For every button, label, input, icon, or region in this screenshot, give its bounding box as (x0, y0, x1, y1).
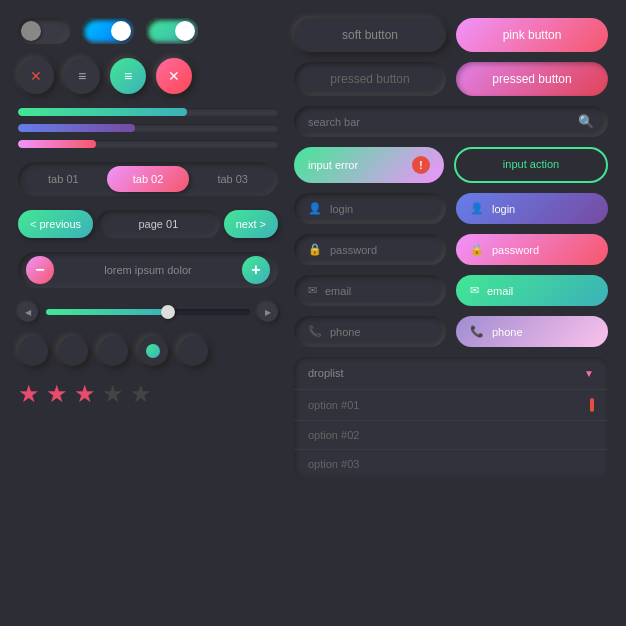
soft-button[interactable]: soft button (294, 18, 446, 52)
pressed-button-dark[interactable]: pressed button (294, 62, 446, 96)
progress-fill-teal (18, 108, 187, 116)
email-field-gradient[interactable]: ✉ email (456, 275, 608, 306)
email-field-dark[interactable]: ✉ email (294, 275, 446, 306)
input-error-label: input error (308, 159, 358, 171)
toggle-teal[interactable] (146, 18, 198, 44)
phone-row: 📞 phone 📞 phone (294, 316, 608, 347)
stepper-minus-button[interactable]: − (26, 256, 54, 284)
toggle-group (18, 18, 278, 44)
dropdown-option-2[interactable]: option #02 (294, 421, 608, 450)
red-close-icon-button[interactable]: ✕ (156, 58, 192, 94)
option-1-label: option #01 (308, 399, 359, 411)
login-label-gradient: login (492, 203, 515, 215)
stepper-plus-button[interactable]: + (242, 256, 270, 284)
pink-button[interactable]: pink button (456, 18, 608, 52)
slider-track[interactable] (46, 309, 250, 315)
lock-icon-gradient: 🔒 (470, 243, 484, 256)
tab-02[interactable]: tab 02 (107, 166, 190, 192)
toggle-knob (111, 21, 131, 41)
progress-fill-blue (18, 124, 135, 132)
slider-row: ◀ ▶ (18, 302, 278, 322)
star-rating: ★ ★ ★ ★ ★ (18, 380, 278, 408)
radio-dot-1[interactable] (18, 336, 48, 366)
user-icon: 👤 (308, 202, 322, 215)
phone-field-gradient[interactable]: 📞 phone (456, 316, 608, 347)
option-1-indicator (590, 398, 594, 412)
radio-dot-5[interactable] (178, 336, 208, 366)
green-menu-icon-button[interactable]: ≡ (110, 58, 146, 94)
progress-section (18, 108, 278, 148)
pressed-button-pink[interactable]: pressed button (456, 62, 608, 96)
phone-icon-gradient: 📞 (470, 325, 484, 338)
radio-dot-3[interactable] (98, 336, 128, 366)
star-2[interactable]: ★ (46, 380, 68, 408)
lock-icon: 🔒 (308, 243, 322, 256)
star-4[interactable]: ★ (102, 380, 124, 408)
password-field-gradient[interactable]: 🔒 password (456, 234, 608, 265)
next-button[interactable]: next > (224, 210, 278, 238)
toggle-knob (175, 21, 195, 41)
phone-label-dark: phone (330, 326, 361, 338)
search-input[interactable] (308, 116, 578, 128)
menu-icon-button[interactable]: ≡ (64, 58, 100, 94)
radio-dot-2[interactable] (58, 336, 88, 366)
page-number: page 01 (97, 210, 220, 238)
dropdown-header[interactable]: droplist ▼ (294, 357, 608, 390)
password-label-gradient: password (492, 244, 539, 256)
pressed-button-row: pressed button pressed button (294, 62, 608, 96)
tab-group: tab 01 tab 02 tab 03 (18, 162, 278, 196)
soft-button-row: soft button pink button (294, 18, 608, 52)
radio-dot-4[interactable] (138, 336, 168, 366)
dropdown-label: droplist (308, 367, 343, 379)
login-field-dark[interactable]: 👤 login (294, 193, 446, 224)
user-icon-gradient: 👤 (470, 202, 484, 215)
icon-button-row: ✕ ≡ ≡ ✕ (18, 58, 278, 94)
option-2-label: option #02 (308, 429, 359, 441)
radio-group (18, 336, 278, 366)
toggle-knob (21, 21, 41, 41)
slider-max-icon: ▶ (258, 302, 278, 322)
pagination-row: < previous page 01 next > (18, 210, 278, 238)
star-5[interactable]: ★ (130, 380, 152, 408)
tab-01[interactable]: tab 01 (22, 166, 105, 192)
input-error-field[interactable]: input error ! (294, 147, 444, 183)
login-label-dark: login (330, 203, 353, 215)
stepper-row: − lorem ipsum dolor + (18, 252, 278, 288)
email-icon: ✉ (308, 284, 317, 297)
progress-fill-pink (18, 140, 96, 148)
progress-bar-blue (18, 124, 278, 132)
progress-bar-pink (18, 140, 278, 148)
star-1[interactable]: ★ (18, 380, 40, 408)
email-row: ✉ email ✉ email (294, 275, 608, 306)
password-row: 🔒 password 🔒 password (294, 234, 608, 265)
progress-bar-teal (18, 108, 278, 116)
input-row: input error ! input action (294, 147, 608, 183)
login-row: 👤 login 👤 login (294, 193, 608, 224)
toggle-blue[interactable] (82, 18, 134, 44)
password-field-dark[interactable]: 🔒 password (294, 234, 446, 265)
slider-thumb[interactable] (161, 305, 175, 319)
stepper-text: lorem ipsum dolor (62, 264, 234, 276)
dropdown[interactable]: droplist ▼ option #01 option #02 option … (294, 357, 608, 478)
slider-min-icon: ◀ (18, 302, 38, 322)
slider-fill (46, 309, 168, 315)
search-icon: 🔍 (578, 114, 594, 129)
search-bar[interactable]: 🔍 (294, 106, 608, 137)
login-field-gradient[interactable]: 👤 login (456, 193, 608, 224)
tab-03[interactable]: tab 03 (191, 166, 274, 192)
email-label-gradient: email (487, 285, 513, 297)
input-action-field[interactable]: input action (454, 147, 608, 183)
prev-button[interactable]: < previous (18, 210, 93, 238)
star-3[interactable]: ★ (74, 380, 96, 408)
email-icon-gradient: ✉ (470, 284, 479, 297)
option-3-label: option #03 (308, 458, 359, 470)
phone-field-dark[interactable]: 📞 phone (294, 316, 446, 347)
phone-icon: 📞 (308, 325, 322, 338)
toggle-off[interactable] (18, 18, 70, 44)
phone-label-gradient: phone (492, 326, 523, 338)
email-label-dark: email (325, 285, 351, 297)
dropdown-option-3[interactable]: option #03 (294, 450, 608, 478)
close-icon-button[interactable]: ✕ (18, 58, 54, 94)
dropdown-option-1[interactable]: option #01 (294, 390, 608, 421)
error-icon: ! (412, 156, 430, 174)
